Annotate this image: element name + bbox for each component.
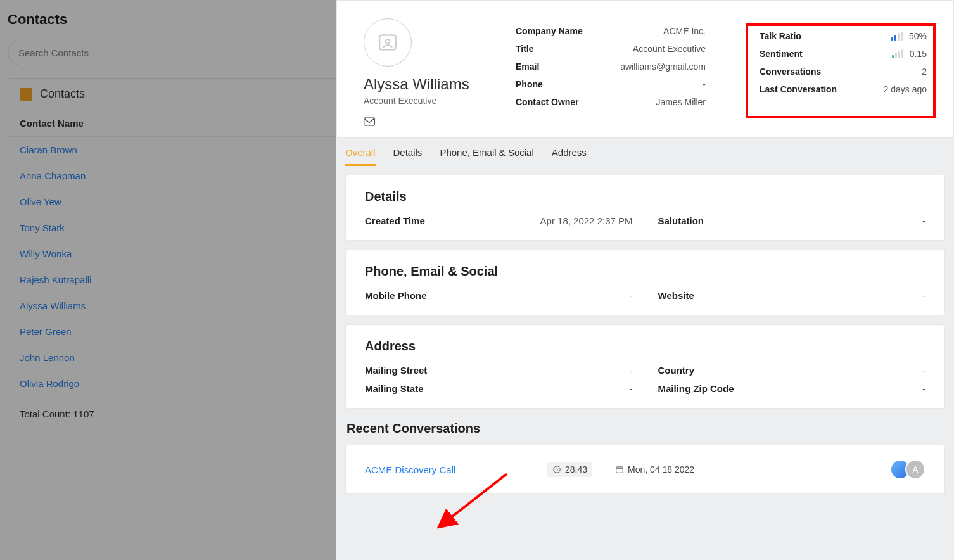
phone-email-social-card: Phone, Email & Social Mobile Phone- Webs…: [345, 250, 945, 315]
sentiment-label: Sentiment: [760, 49, 803, 59]
conversation-participants: A: [895, 459, 925, 480]
website-label: Website: [658, 290, 694, 301]
mailing-state-label: Mailing State: [365, 383, 424, 394]
company-label: Company Name: [516, 26, 583, 36]
clock-icon: [552, 465, 561, 474]
panel-header-stats: Talk Ratio 50% Sentiment 0.15 Conversati…: [746, 23, 936, 118]
salutation-label: Salutation: [658, 215, 704, 226]
tab-address[interactable]: Address: [552, 147, 587, 166]
address-card: Address Mailing Street- Country- Mailing…: [345, 324, 945, 409]
email-icon[interactable]: [364, 117, 375, 126]
email-label: Email: [516, 61, 539, 72]
tab-details[interactable]: Details: [393, 147, 423, 166]
contact-subtitle: Account Executive: [364, 96, 490, 106]
talk-ratio-label: Talk Ratio: [760, 31, 801, 41]
calendar-icon: [615, 465, 624, 474]
salutation-value: -: [922, 215, 925, 226]
owner-value: James Miller: [656, 97, 706, 107]
details-card: Details Created TimeApr 18, 2022 2:37 PM…: [345, 175, 945, 241]
created-time-label: Created Time: [365, 215, 425, 226]
panel-header-left: Alyssa Williams Account Executive: [364, 18, 490, 126]
panel-header-info: Company NameACME Inc. TitleAccount Execu…: [516, 18, 706, 126]
address-heading: Address: [365, 339, 925, 353]
country-value: -: [922, 365, 925, 376]
svg-rect-2: [364, 118, 375, 125]
pes-heading: Phone, Email & Social: [365, 264, 925, 279]
title-label: Title: [516, 44, 534, 54]
recent-conversations-heading: Recent Conversations: [347, 421, 945, 436]
website-value: -: [922, 290, 925, 301]
contact-name: Alyssa Williams: [364, 75, 490, 93]
conversation-title-link[interactable]: ACME Discovery Call: [365, 464, 530, 475]
title-value: Account Executive: [633, 44, 706, 54]
country-label: Country: [658, 365, 695, 376]
conversations-label: Conversations: [760, 67, 821, 77]
mailing-zip-value: -: [922, 383, 925, 394]
conversation-duration: 28:43: [565, 464, 587, 474]
talk-ratio-value: 50%: [909, 31, 927, 41]
tab-overall[interactable]: Overall: [345, 147, 376, 166]
details-heading: Details: [365, 189, 925, 204]
panel-body[interactable]: Details Created TimeApr 18, 2022 2:37 PM…: [336, 166, 954, 560]
mailing-street-value: -: [630, 365, 633, 376]
tab-phone-email-social[interactable]: Phone, Email & Social: [440, 147, 533, 166]
avatar: [364, 18, 412, 67]
phone-value: -: [703, 79, 706, 89]
mailing-state-value: -: [630, 383, 633, 394]
created-time-value: Apr 18, 2022 2:37 PM: [540, 215, 633, 226]
participant-avatar-initial: A: [905, 459, 925, 480]
svg-rect-4: [616, 467, 623, 473]
conversations-value: 2: [922, 67, 927, 77]
talk-ratio-bars-icon: [891, 32, 903, 41]
svg-point-1: [385, 39, 390, 44]
conversation-duration-chip: 28:43: [547, 462, 592, 477]
last-conv-value: 2 days ago: [884, 84, 927, 94]
sentiment-value: 0.15: [910, 49, 927, 59]
email-value: awilliams@gmail.com: [620, 61, 706, 72]
sentiment-bars-icon: [892, 49, 903, 58]
conversation-date: Mon, 04 18 2022: [628, 464, 694, 474]
svg-rect-0: [379, 35, 396, 50]
panel-tabs: Overall Details Phone, Email & Social Ad…: [336, 138, 954, 166]
mobile-phone-label: Mobile Phone: [365, 290, 427, 301]
owner-label: Contact Owner: [516, 97, 579, 107]
panel-header: Alyssa Williams Account Executive Compan…: [336, 0, 954, 138]
conversation-row[interactable]: ACME Discovery Call 28:43 Mon, 04 18 202…: [345, 445, 945, 494]
company-value: ACME Inc.: [663, 26, 706, 36]
phone-label: Phone: [516, 79, 543, 89]
last-conv-label: Last Conversation: [760, 84, 837, 94]
conversation-date-chip: Mon, 04 18 2022: [610, 462, 699, 477]
mobile-phone-value: -: [630, 290, 633, 301]
mailing-street-label: Mailing Street: [365, 365, 427, 376]
mailing-zip-label: Mailing Zip Code: [658, 383, 734, 394]
avatar-placeholder-icon: [377, 32, 398, 53]
contact-detail-panel: Alyssa Williams Account Executive Compan…: [336, 0, 954, 560]
